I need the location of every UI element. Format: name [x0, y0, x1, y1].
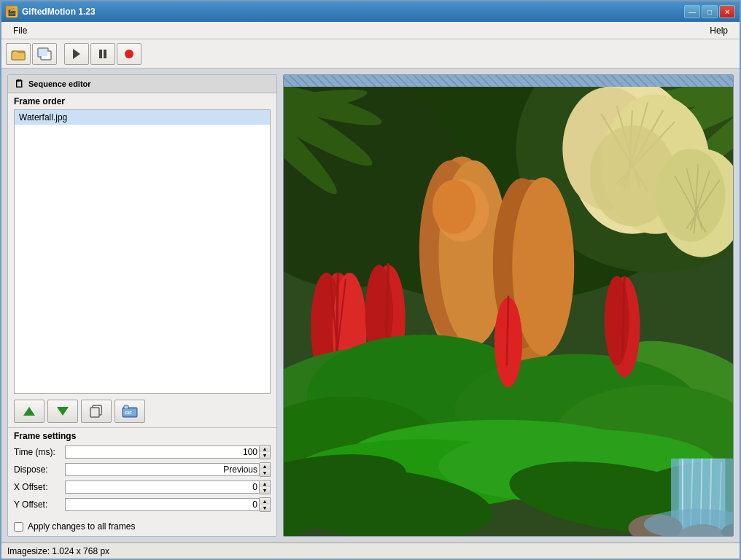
yoffset-spinner: ▲ ▼ [260, 497, 271, 512]
yoffset-label: Y Offset: [14, 499, 65, 510]
panel-header: 🗒 Sequence editor [8, 75, 276, 93]
window-controls: — □ ✕ [684, 5, 735, 18]
frame-settings-label: Frame settings [14, 431, 271, 441]
svg-point-93 [605, 276, 629, 365]
svg-point-56 [432, 179, 476, 233]
xoffset-spinner: ▲ ▼ [260, 480, 271, 494]
title-bar-left: 🎬 GiftedMotion 1.23 [6, 6, 96, 18]
frames-icon [37, 47, 52, 61]
play-icon [71, 48, 82, 60]
main-window: 🎬 GiftedMotion 1.23 — □ ✕ File Help [0, 0, 741, 560]
frame-settings: Frame settings Time (ms): ▲ ▼ Dispose: [8, 427, 276, 517]
preview-panel [283, 74, 734, 537]
xoffset-input-wrapper: ▲ ▼ [65, 480, 271, 494]
copy-icon [90, 405, 103, 418]
move-up-button[interactable] [14, 400, 44, 423]
export-icon: GIF [122, 405, 138, 418]
time-label: Time (ms): [14, 447, 65, 457]
export-button[interactable]: GIF [115, 400, 145, 423]
preview-header [284, 75, 733, 87]
dispose-input[interactable] [65, 463, 260, 476]
svg-rect-6 [104, 50, 106, 58]
stop-button[interactable] [117, 43, 141, 65]
preview-canvas [284, 87, 733, 536]
dispose-setting-row: Dispose: ▲ ▼ [14, 462, 271, 478]
frame-list[interactable]: Waterfall.jpg [14, 109, 271, 394]
app-icon: 🎬 [6, 6, 18, 18]
dispose-input-wrapper: ▲ ▼ [65, 462, 271, 477]
time-input-wrapper: ▲ ▼ [65, 445, 271, 459]
svg-rect-5 [99, 50, 102, 58]
svg-point-7 [125, 50, 133, 58]
time-down-btn[interactable]: ▼ [260, 452, 270, 459]
menu-help[interactable]: Help [704, 24, 734, 37]
apply-all-checkbox[interactable] [14, 522, 23, 532]
xoffset-label: X Offset: [14, 482, 65, 492]
yoffset-input-wrapper: ▲ ▼ [65, 497, 271, 512]
minimize-button[interactable]: — [684, 5, 700, 18]
frame-order-buttons: GIF [8, 395, 276, 427]
dispose-spinner: ▲ ▼ [260, 462, 271, 477]
dispose-down-btn[interactable]: ▼ [260, 470, 270, 476]
svg-rect-3 [39, 49, 47, 56]
stop-icon [124, 49, 134, 59]
svg-rect-10 [91, 408, 98, 416]
frame-order-label: Frame order [8, 93, 276, 108]
time-input[interactable] [65, 446, 260, 459]
menu-bar: File Help [1, 22, 740, 39]
pause-icon [98, 48, 108, 60]
xoffset-down-btn[interactable]: ▼ [260, 487, 270, 494]
open-icon [11, 47, 26, 61]
pause-button[interactable] [90, 43, 115, 65]
menu-file[interactable]: File [7, 24, 33, 37]
yoffset-input[interactable] [65, 498, 260, 511]
panel-title: Sequence editor [28, 79, 91, 88]
open-button[interactable] [6, 43, 31, 65]
preview-image [284, 87, 733, 536]
apply-all-row: Apply changes to all frames [8, 517, 276, 536]
svg-marker-4 [73, 49, 80, 59]
main-content: 🗒 Sequence editor Frame order Waterfall.… [1, 69, 740, 542]
status-text: Imagesize: 1.024 x 768 px [7, 546, 109, 556]
xoffset-setting-row: X Offset: ▲ ▼ [14, 479, 271, 495]
play-button[interactable] [64, 43, 89, 65]
sequence-editor-panel: 🗒 Sequence editor Frame order Waterfall.… [7, 74, 277, 537]
yoffset-up-btn[interactable]: ▲ [260, 498, 270, 505]
panel-icon: 🗒 [14, 78, 24, 90]
svg-text:GIF: GIF [125, 411, 132, 415]
svg-point-37 [656, 149, 726, 241]
xoffset-up-btn[interactable]: ▲ [260, 481, 270, 487]
dispose-label: Dispose: [14, 464, 65, 475]
time-spinner: ▲ ▼ [260, 445, 271, 459]
time-up-btn[interactable]: ▲ [260, 446, 270, 452]
dispose-up-btn[interactable]: ▲ [260, 463, 270, 470]
close-button[interactable]: ✕ [719, 5, 735, 18]
title-bar: 🎬 GiftedMotion 1.23 — □ ✕ [1, 1, 740, 22]
window-title: GiftedMotion 1.23 [22, 7, 96, 17]
xoffset-input[interactable] [65, 481, 260, 494]
svg-rect-12 [124, 405, 128, 409]
time-setting-row: Time (ms): ▲ ▼ [14, 444, 271, 460]
yoffset-down-btn[interactable]: ▼ [260, 505, 270, 511]
copy-frame-button[interactable] [81, 400, 112, 423]
yoffset-setting-row: Y Offset: ▲ ▼ [14, 497, 271, 513]
frame-item[interactable]: Waterfall.jpg [15, 110, 270, 125]
apply-all-label: Apply changes to all frames [28, 521, 135, 532]
frames-button[interactable] [32, 43, 57, 65]
maximize-button[interactable]: □ [702, 5, 718, 18]
toolbar [1, 39, 740, 69]
status-bar: Imagesize: 1.024 x 768 px [1, 542, 740, 559]
move-down-button[interactable] [47, 400, 78, 423]
arrow-down-icon [57, 407, 69, 416]
arrow-up-icon [23, 407, 35, 416]
